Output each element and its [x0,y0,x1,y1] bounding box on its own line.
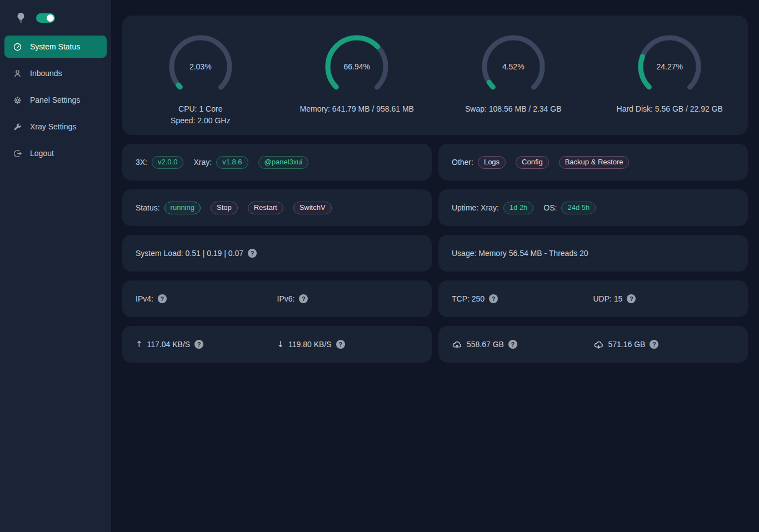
3x-version-badge[interactable]: v2.0.0 [152,156,183,169]
help-icon[interactable] [158,294,167,303]
download-arrow-icon [277,339,284,349]
os-uptime-badge: 24d 5h [561,202,596,214]
sidebar-item-label: Inbounds [30,69,62,78]
disk-percent: 24.27% [635,32,704,101]
download-total-text: 571.16 GB [608,340,646,349]
config-button[interactable]: Config [516,156,549,169]
memory-gauge: 66.94% Memory: 641.79 MB / 958.61 MB [279,32,436,135]
total-traffic-card: 558.67 GB 571.16 GB [438,326,748,363]
info-rows: 3X: v2.0.0 Xray: v1.8.6 @panel3xui Other… [122,144,748,363]
sidebar-item-label: Logout [30,149,54,158]
lightbulb-icon [17,12,25,23]
upload-arrow-icon [136,339,143,349]
memory-percent: 66.94% [322,32,391,101]
disk-caption: Hard Disk: 5.56 GB / 22.92 GB [617,103,723,115]
sidebar-item-xray-settings[interactable]: Xray Settings [4,116,107,138]
upload-total-text: 558.67 GB [467,340,504,349]
help-icon[interactable] [489,294,498,303]
status-label: Status: [136,203,160,212]
cpu-caption: CPU: 1 Core Speed: 2.00 GHz [171,103,230,127]
stop-button[interactable]: Stop [211,202,238,214]
other-label: Other: [452,158,473,167]
sidebar-item-label: Panel Settings [30,96,80,104]
main-content: 2.03% CPU: 1 Core Speed: 2.00 GHz 66.94%… [111,0,759,532]
logs-button[interactable]: Logs [478,156,506,169]
ipv6-label: IPv6: [277,294,295,303]
download-total-group: 571.16 GB [593,339,735,350]
uptime-xray-label: Uptime: Xray: [452,203,499,212]
gear-icon [12,95,22,105]
upload-speed-text: 117.04 KB/S [147,340,191,349]
status-card: Status: running Stop Restart SwitchV [122,189,432,226]
download-speed-group: 119.80 KB/S [277,339,419,349]
swap-gauge: 4.52% Swap: 108.56 MB / 2.34 GB [435,32,592,135]
udp-group: UDP: 15 [593,294,735,303]
cpu-gauge: 2.03% CPU: 1 Core Speed: 2.00 GHz [122,32,279,135]
status-badge: running [164,202,201,214]
usage-text: Usage: Memory 56.54 MB - Threads 20 [452,249,588,258]
sidebar-item-panel-settings[interactable]: Panel Settings [4,89,107,111]
help-icon[interactable] [627,294,636,303]
help-icon[interactable] [508,340,517,349]
sidebar-theme-row [0,0,111,31]
download-speed-text: 119.80 KB/S [288,340,332,349]
backup-restore-button[interactable]: Backup & Restore [559,156,630,169]
ipv4-label: IPv4: [136,294,153,303]
system-gauges-card: 2.03% CPU: 1 Core Speed: 2.00 GHz 66.94%… [122,16,748,135]
uptime-card: Uptime: Xray: 1d 2h OS: 24d 5h [438,189,748,226]
theme-toggle[interactable] [36,13,55,23]
cloud-download-icon [593,339,604,350]
memory-caption: Memory: 641.79 MB / 958.61 MB [300,103,414,115]
cpu-percent: 2.03% [166,32,235,101]
sidebar: System Status Inbounds [0,0,111,532]
switch-version-button[interactable]: SwitchV [293,202,332,214]
disk-gauge: 24.27% Hard Disk: 5.56 GB / 22.92 GB [592,32,748,135]
ip-card: IPv4: IPv6: [122,280,432,317]
help-icon[interactable] [248,249,257,258]
upload-total-group: 558.67 GB [452,339,593,350]
toggle-knob [47,14,54,22]
xray-version-badge[interactable]: v1.8.6 [216,156,248,169]
wrench-icon [12,122,22,132]
tcp-group: TCP: 250 [452,294,593,303]
sidebar-item-label: System Status [30,42,80,51]
sidebar-item-system-status[interactable]: System Status [4,36,107,58]
help-icon[interactable] [194,340,203,349]
help-icon[interactable] [650,340,658,349]
network-speed-card: 117.04 KB/S 119.80 KB/S [122,326,432,363]
xray-label: Xray: [193,158,212,167]
dashboard-icon [12,42,22,52]
app-root: System Status Inbounds [0,0,759,532]
version-card: 3X: v2.0.0 Xray: v1.8.6 @panel3xui [122,144,432,180]
os-label: OS: [543,203,557,212]
logout-icon [12,148,22,158]
telegram-badge[interactable]: @panel3xui [258,156,309,169]
person-icon [12,68,22,78]
sidebar-menu: System Status Inbounds [0,36,111,164]
sidebar-item-label: Xray Settings [30,122,76,131]
ipv6-group: IPv6: [277,294,419,303]
connections-card: TCP: 250 UDP: 15 [438,280,748,317]
tcp-count-text: TCP: 250 [452,294,485,303]
upload-speed-group: 117.04 KB/S [136,339,277,349]
ipv4-group: IPv4: [136,294,277,303]
restart-button[interactable]: Restart [248,202,283,214]
system-load-card: System Load: 0.51 | 0.19 | 0.07 [122,235,432,272]
3x-label: 3X: [136,158,147,167]
swap-caption: Swap: 108.56 MB / 2.34 GB [465,103,562,115]
usage-card: Usage: Memory 56.54 MB - Threads 20 [438,235,748,272]
help-icon[interactable] [299,294,308,303]
sidebar-item-logout[interactable]: Logout [4,142,107,164]
xray-uptime-badge: 1d 2h [503,202,534,214]
system-load-text: System Load: 0.51 | 0.19 | 0.07 [136,249,243,258]
udp-count-text: UDP: 15 [593,294,623,303]
swap-percent: 4.52% [479,32,548,101]
sidebar-item-inbounds[interactable]: Inbounds [4,62,107,84]
cloud-upload-icon [452,339,462,350]
help-icon[interactable] [336,340,345,349]
other-card: Other: Logs Config Backup & Restore [438,144,748,180]
